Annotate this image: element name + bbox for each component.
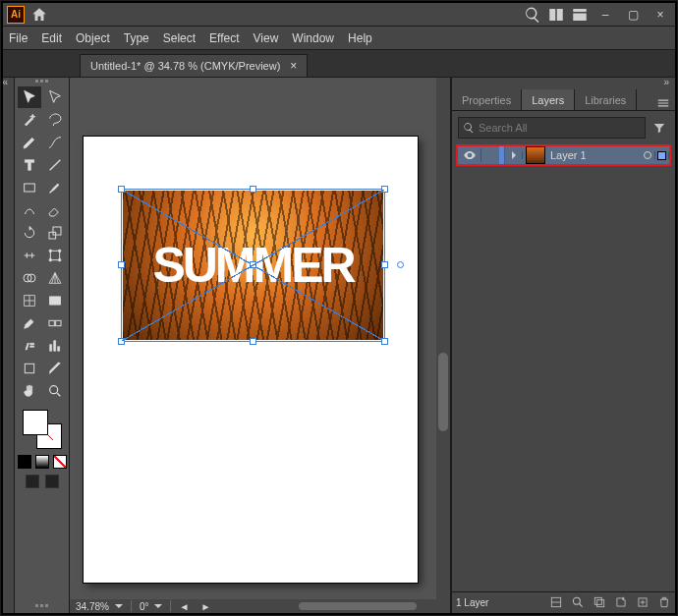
- menu-window[interactable]: Window: [292, 31, 334, 45]
- menu-edit[interactable]: Edit: [41, 31, 62, 45]
- symbol-sprayer-tool[interactable]: [18, 335, 41, 357]
- layers-filter-button[interactable]: [650, 117, 669, 139]
- panel-tab-libraries[interactable]: Libraries: [575, 89, 637, 110]
- rotate-view-field[interactable]: 0°: [136, 601, 167, 612]
- edit-toolbar-button[interactable]: [35, 604, 48, 607]
- horizontal-scrollbar[interactable]: [299, 602, 417, 610]
- zoom-field[interactable]: 34.78%: [72, 601, 127, 612]
- artwork-text: SUMMER: [123, 191, 383, 340]
- zoom-tool[interactable]: [43, 380, 67, 402]
- rectangle-tool[interactable]: [18, 177, 41, 198]
- svg-point-6: [49, 258, 52, 261]
- scale-tool[interactable]: [43, 222, 67, 244]
- mesh-tool[interactable]: [18, 290, 41, 311]
- window-close-button[interactable]: ×: [650, 7, 671, 23]
- svg-rect-13: [49, 320, 54, 325]
- arrange-docs-icon[interactable]: [547, 6, 565, 24]
- document-tab-title: Untitled-1* @ 34.78 % (CMYK/Preview): [90, 60, 280, 72]
- svg-point-7: [58, 258, 61, 261]
- right-panels-gripper[interactable]: »: [452, 78, 675, 85]
- menu-view[interactable]: View: [254, 31, 279, 45]
- svg-rect-3: [50, 251, 59, 259]
- window-maximize-button[interactable]: ▢: [622, 7, 644, 23]
- hand-tool[interactable]: [18, 380, 41, 402]
- new-sublayer-icon[interactable]: [614, 595, 628, 611]
- selection-tool[interactable]: [18, 86, 41, 108]
- window-minimize-button[interactable]: –: [594, 7, 616, 23]
- eyedropper-tool[interactable]: [18, 312, 41, 334]
- new-layer-icon[interactable]: [636, 595, 650, 611]
- search-icon: [463, 122, 475, 134]
- menu-object[interactable]: Object: [76, 31, 110, 45]
- make-clipping-mask-icon[interactable]: [593, 595, 606, 611]
- svg-rect-11: [49, 297, 60, 305]
- artboard-nav-prev[interactable]: ◄: [175, 601, 193, 612]
- toolbox: [15, 78, 70, 613]
- magic-wand-tool[interactable]: [18, 109, 41, 131]
- svg-point-4: [49, 250, 52, 252]
- rotate-tool[interactable]: [18, 222, 41, 244]
- draw-screen-mode-buttons[interactable]: [26, 475, 59, 488]
- placed-image[interactable]: SUMMER: [123, 191, 383, 340]
- menu-effect[interactable]: Effect: [209, 31, 239, 45]
- column-graph-tool[interactable]: [43, 335, 67, 357]
- shaper-tool[interactable]: [18, 199, 41, 221]
- curvature-tool[interactable]: [43, 132, 67, 153]
- collapsed-panel-strip-left[interactable]: «: [3, 78, 15, 613]
- artboard-tool[interactable]: [18, 358, 41, 379]
- pen-tool[interactable]: [18, 132, 41, 153]
- document-tab-close-button[interactable]: ×: [290, 60, 297, 72]
- menu-select[interactable]: Select: [163, 31, 196, 45]
- direct-selection-tool[interactable]: [43, 86, 67, 108]
- panel-tab-layers[interactable]: Layers: [522, 89, 575, 110]
- artboard-nav-next[interactable]: ►: [197, 601, 214, 612]
- svg-rect-20: [597, 599, 604, 606]
- type-tool[interactable]: [18, 154, 41, 176]
- width-tool[interactable]: [18, 245, 41, 266]
- delete-layer-icon[interactable]: [657, 595, 671, 611]
- panel-tab-properties[interactable]: Properties: [452, 89, 522, 110]
- fill-stroke-indicator[interactable]: [21, 408, 64, 451]
- lasso-tool[interactable]: [43, 109, 67, 131]
- perspective-grid-tool[interactable]: [43, 267, 67, 289]
- layer-expand-toggle[interactable]: [505, 151, 523, 159]
- line-segment-tool[interactable]: [43, 154, 67, 176]
- svg-rect-0: [24, 184, 34, 192]
- color-mode-swatches[interactable]: [18, 455, 67, 469]
- layer-target-button[interactable]: [640, 151, 655, 159]
- svg-point-18: [573, 597, 580, 604]
- canvas[interactable]: SUMMER 34.78% 0° ◄: [70, 78, 451, 613]
- artboard[interactable]: SUMMER: [84, 137, 418, 583]
- menu-file[interactable]: File: [9, 31, 28, 45]
- layer-row[interactable]: Layer 1: [456, 144, 671, 166]
- svg-rect-2: [53, 227, 61, 235]
- vertical-scrollbar[interactable]: [436, 78, 450, 599]
- blend-tool[interactable]: [43, 312, 67, 334]
- svg-point-5: [58, 250, 61, 252]
- eraser-tool[interactable]: [43, 199, 67, 221]
- document-tab[interactable]: Untitled-1* @ 34.78 % (CMYK/Preview) ×: [80, 54, 308, 77]
- free-transform-tool[interactable]: [43, 245, 67, 266]
- app-logo: Ai: [7, 6, 25, 24]
- svg-rect-1: [49, 232, 56, 239]
- shape-builder-tool[interactable]: [18, 267, 41, 289]
- locate-object-icon[interactable]: [571, 595, 585, 611]
- layer-visibility-toggle[interactable]: [458, 148, 481, 162]
- workspace-switcher-icon[interactable]: [571, 6, 589, 24]
- paintbrush-tool[interactable]: [43, 177, 67, 198]
- home-icon[interactable]: [30, 6, 48, 24]
- slice-tool[interactable]: [43, 358, 67, 379]
- layer-name[interactable]: Layer 1: [548, 149, 640, 161]
- search-icon[interactable]: [524, 6, 541, 24]
- layers-panel-body: Search All Layer 1: [452, 111, 675, 591]
- panel-menu-icon[interactable]: [651, 96, 675, 110]
- layers-search-input[interactable]: Search All: [458, 117, 646, 139]
- svg-point-16: [49, 386, 57, 394]
- layers-status-count: 1 Layer: [456, 597, 488, 608]
- layer-visibility-options-icon[interactable]: [549, 595, 563, 611]
- layer-selection-indicator: [655, 152, 669, 159]
- menu-help[interactable]: Help: [348, 31, 372, 45]
- gradient-tool[interactable]: [43, 290, 67, 311]
- menu-type[interactable]: Type: [124, 31, 149, 45]
- layers-search-placeholder: Search All: [479, 122, 528, 134]
